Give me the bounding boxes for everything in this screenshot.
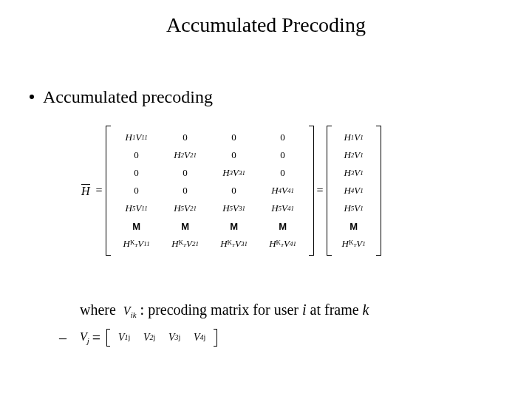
matrix-cell: 0	[161, 164, 210, 182]
matrix-cell: 0	[210, 182, 259, 200]
left-bracket-icon	[106, 126, 111, 256]
matrix-cell: H5V21	[161, 200, 210, 217]
matrix-cell: 0	[259, 164, 307, 182]
matrix-cell: H4V41	[259, 182, 307, 200]
slide: Accumulated Precoding Accumulated precod…	[0, 0, 532, 399]
matrix-cell: H5V11	[112, 200, 161, 217]
vj-cell: V1j	[112, 330, 137, 345]
equation: H = H1V11 0 0 0 0 H2V21 0 0 0 0 H3V31 0 …	[81, 126, 488, 256]
block-matrix: H1V11 0 0 0 0 H2V21 0 0 0 0 H3V31 0 0 0 …	[106, 126, 314, 256]
matrix-cell: 0	[210, 146, 259, 164]
where-label: where	[80, 301, 116, 318]
vector-cell: H3V1	[333, 164, 375, 182]
vector-cell: H2V1	[333, 146, 375, 164]
matrix-cell: H3V31	[210, 164, 259, 182]
sub-bullet: – Vj = V1j V2j V3j V4j	[59, 329, 217, 347]
vdots-icon: M	[210, 217, 259, 235]
matrix-cell: H5V31	[210, 200, 259, 217]
left-bracket-icon	[327, 126, 332, 256]
lhs-hbar: H	[81, 184, 90, 198]
right-bracket-icon	[214, 329, 217, 347]
matrix-cell: 0	[210, 129, 259, 146]
vj-lhs: Vj	[80, 330, 89, 345]
vdots-icon: M	[112, 217, 161, 235]
equals-sign: =	[96, 184, 103, 197]
matrix-cell: 0	[112, 146, 161, 164]
vdots-icon: M	[161, 217, 210, 235]
matrix-cell: HKTV21	[161, 235, 210, 253]
matrix-cell: 0	[259, 129, 307, 146]
vdots-icon: M	[259, 217, 307, 235]
matrix-cell: H5V41	[259, 200, 307, 217]
vdots-icon: M	[333, 217, 375, 235]
vector-cell: H1V1	[333, 129, 375, 146]
vector-cell: H4V1	[333, 182, 375, 200]
bullet-dot-icon	[30, 95, 34, 99]
result-vector: H1V1 H2V1 H3V1 H4V1 H5V1 M HKTV1	[327, 126, 381, 256]
matrix-cell: HKTV11	[112, 235, 161, 253]
equals-sign: =	[92, 330, 100, 347]
matrix-cell: 0	[259, 146, 307, 164]
matrix-cell: HKTV41	[259, 235, 307, 253]
where-k: k	[363, 301, 369, 318]
vj-cell: V2j	[137, 330, 162, 345]
where-desc: : precoding matrix for user	[137, 301, 302, 318]
bullet-item: Accumulated precoding	[30, 87, 213, 107]
matrix-cell: 0	[161, 129, 210, 146]
matrix-cell: HKTV31	[210, 235, 259, 253]
matrix-cell: 0	[112, 182, 161, 200]
right-bracket-icon	[309, 126, 314, 256]
where-clause: where Vik : precoding matrix for user i …	[80, 301, 369, 319]
matrix-cell: 0	[161, 182, 210, 200]
bullet-text: Accumulated precoding	[43, 87, 213, 106]
matrix-cell: H1V11	[112, 129, 161, 146]
where-symbol: Vik	[123, 304, 137, 317]
vj-cell: V4j	[187, 330, 212, 345]
equals-sign: =	[317, 184, 324, 197]
vj-row-vector: V1j V2j V3j V4j	[106, 329, 217, 347]
vector-cell: H5V1	[333, 200, 375, 217]
vector-cell: HKTV1	[333, 235, 375, 253]
slide-title: Accumulated Precoding	[0, 13, 532, 37]
right-bracket-icon	[376, 126, 381, 256]
dash-icon: –	[59, 330, 66, 347]
vj-cell: V3j	[162, 330, 187, 345]
matrix-cell: H2V21	[161, 146, 210, 164]
matrix-cell: 0	[112, 164, 161, 182]
where-desc: at frame	[307, 301, 363, 318]
